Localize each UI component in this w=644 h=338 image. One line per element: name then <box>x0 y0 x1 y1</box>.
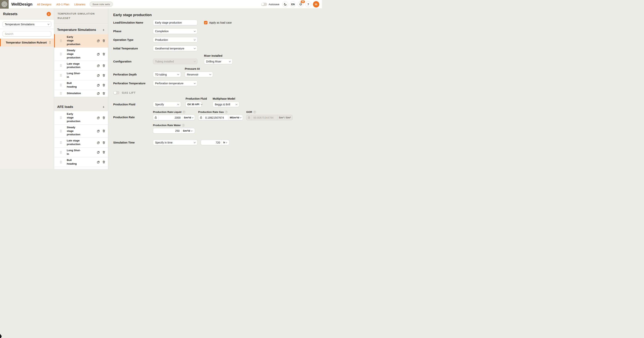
add-ruleset-button[interactable]: + <box>47 12 51 16</box>
delete-button[interactable] <box>102 39 105 42</box>
time-unit-select[interactable]: h <box>222 140 228 145</box>
load-item[interactable]: Stimulation <box>54 90 108 97</box>
toggle-knob <box>114 91 116 94</box>
production-rate-water-input[interactable] <box>153 128 181 133</box>
load-item[interactable]: Long Shut-in <box>54 70 108 80</box>
welldesign-logo-icon[interactable] <box>0 0 9 9</box>
multiphase-model-select[interactable]: Beggs & Brill <box>212 102 239 107</box>
load-item-selected[interactable]: Early stage production <box>54 34 108 47</box>
delete-button[interactable] <box>102 169 105 169</box>
delete-button[interactable] <box>102 64 105 67</box>
production-rate-liquid-input[interactable] <box>158 115 182 120</box>
help-icon[interactable]: ? <box>253 111 256 113</box>
delete-button[interactable] <box>102 151 105 154</box>
save-rule-sets-button[interactable]: Save rule sets <box>90 1 113 7</box>
simulation-time-mode-select[interactable]: Specify in time <box>153 140 198 145</box>
drag-handle-icon[interactable] <box>60 161 62 164</box>
liquid-unit-select[interactable]: Sm³/d <box>182 115 195 120</box>
water-unit-select[interactable]: Sm³/d <box>181 128 194 133</box>
duplicate-button[interactable] <box>97 169 100 169</box>
production-fluid-mode-select[interactable]: Specify <box>153 102 181 107</box>
production-rate-gas-input[interactable] <box>204 115 228 120</box>
drag-handle-icon[interactable] <box>60 151 62 154</box>
drag-handle-icon[interactable] <box>60 74 62 77</box>
delete-button[interactable] <box>102 160 105 164</box>
fluid-type-select[interactable]: Oil 30 API <box>186 102 202 107</box>
delete-button[interactable] <box>102 52 105 56</box>
operation-type-select[interactable]: Production <box>153 37 198 42</box>
load-item[interactable]: Late stage production <box>54 138 108 148</box>
notifications-button[interactable]: 20 <box>298 1 304 7</box>
duplicate-button[interactable] <box>97 92 100 95</box>
pressure-at-select[interactable]: Reservoir <box>185 72 213 77</box>
duplicate-button[interactable] <box>97 39 100 42</box>
load-item[interactable]: Bull heading <box>54 80 108 90</box>
load-item[interactable]: Bull heading <box>54 157 108 167</box>
duplicate-button[interactable] <box>97 116 100 119</box>
gas-lift-toggle[interactable] <box>113 91 120 94</box>
load-name-input[interactable] <box>153 20 198 25</box>
drag-handle-icon[interactable] <box>60 92 62 95</box>
load-item-label: Bull heading <box>67 81 80 89</box>
riser-installed-select[interactable]: Drilling Riser <box>204 59 232 64</box>
phase-select[interactable]: Completion <box>153 28 198 34</box>
unlock-icon[interactable] <box>198 115 204 120</box>
add-afe-load-button[interactable]: + <box>102 105 105 109</box>
perforation-depth-select[interactable]: TD tubing <box>153 72 181 77</box>
drag-handle-icon[interactable] <box>60 141 62 144</box>
duplicate-button[interactable] <box>97 151 100 154</box>
nav-as1-plan[interactable]: AS-1 Plan <box>56 3 70 6</box>
autosave-toggle[interactable] <box>261 3 267 6</box>
load-item[interactable]: Stimulation <box>54 167 108 169</box>
unlock-icon[interactable] <box>153 115 158 120</box>
duplicate-button[interactable] <box>97 64 100 67</box>
perforation-temperature-select[interactable]: Perforation temperature <box>153 80 198 86</box>
help-button[interactable]: ? <box>305 1 311 7</box>
gas-unit-select[interactable]: MSm³/d <box>228 115 243 120</box>
duplicate-button[interactable] <box>97 74 100 77</box>
initial-temperature-select[interactable]: Geothermal temperature <box>153 46 198 51</box>
duplicate-button[interactable] <box>97 160 100 164</box>
search-input[interactable] <box>3 31 51 37</box>
delete-button[interactable] <box>102 74 105 77</box>
nav-libraries[interactable]: Libraries <box>74 3 86 6</box>
delete-button[interactable] <box>102 129 105 133</box>
duplicate-button[interactable] <box>97 129 100 133</box>
ruleset-list-item-selected[interactable]: Temperatur Simulation Ruleset <box>0 39 54 46</box>
duplicate-button[interactable] <box>97 84 100 87</box>
drag-handle-icon[interactable] <box>60 53 62 55</box>
chevron-down-icon <box>236 103 238 105</box>
load-item[interactable]: Steady stage production <box>54 125 108 138</box>
help-icon[interactable]: ? <box>183 111 185 113</box>
help-icon[interactable]: ? <box>182 124 184 127</box>
apply-load-case-checkbox[interactable] <box>204 21 208 24</box>
delete-button[interactable] <box>102 116 105 119</box>
delete-button[interactable] <box>102 141 105 144</box>
help-icon[interactable]: ? <box>225 111 228 113</box>
simulation-time-input[interactable] <box>201 140 222 145</box>
ruleset-type-select[interactable]: Temperature Simulations <box>3 21 51 27</box>
drag-handle-icon[interactable] <box>60 84 62 86</box>
load-item[interactable]: Late stage production <box>54 61 108 71</box>
drag-handle-icon[interactable] <box>60 116 62 119</box>
load-item-label: Early stage production <box>67 35 80 46</box>
drag-handle-icon[interactable] <box>60 64 62 67</box>
load-item-label: Bull heading <box>67 159 80 166</box>
ruleset-menu-button[interactable] <box>48 40 52 45</box>
chevron-down-icon <box>200 103 202 105</box>
drag-handle-icon[interactable] <box>60 39 62 42</box>
load-item[interactable]: Steady stage production <box>54 47 108 61</box>
add-simulation-button[interactable]: + <box>102 28 105 32</box>
language-button[interactable]: EN <box>290 1 296 7</box>
user-avatar[interactable]: IS <box>313 1 319 7</box>
load-item-label: Late stage production <box>67 139 80 146</box>
delete-button[interactable] <box>102 84 105 87</box>
drag-handle-icon[interactable] <box>60 130 62 132</box>
dark-mode-button[interactable] <box>282 1 288 7</box>
load-item[interactable]: Early stage production <box>54 111 108 125</box>
load-item[interactable]: Long Shut-In <box>54 148 108 157</box>
duplicate-button[interactable] <box>97 52 100 56</box>
duplicate-button[interactable] <box>97 141 100 144</box>
nav-all-designs[interactable]: All Designs <box>37 3 52 6</box>
delete-button[interactable] <box>102 92 105 95</box>
